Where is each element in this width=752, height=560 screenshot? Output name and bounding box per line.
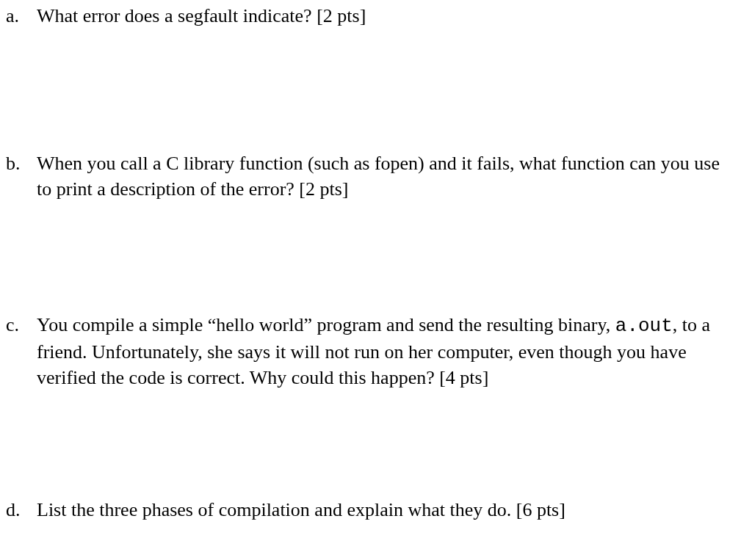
question-b-marker: b. (6, 150, 21, 176)
question-c-code: a.out (615, 315, 673, 337)
question-b: b. When you call a C library function (s… (0, 150, 752, 202)
question-c-text: You compile a simple “hello world” progr… (37, 312, 737, 390)
question-c: c. You compile a simple “hello world” pr… (0, 312, 752, 390)
question-a-text: What error does a segfault indicate? [2 … (37, 3, 737, 29)
question-c-marker: c. (6, 312, 19, 338)
question-d-marker: d. (6, 497, 21, 523)
question-d: d. List the three phases of compilation … (0, 497, 752, 523)
question-a-marker: a. (6, 3, 19, 29)
question-c-text-part1: You compile a simple “hello world” progr… (37, 314, 615, 335)
question-b-text: When you call a C library function (such… (37, 150, 737, 202)
question-d-text: List the three phases of compilation and… (37, 497, 737, 523)
question-a: a. What error does a segfault indicate? … (0, 3, 752, 29)
